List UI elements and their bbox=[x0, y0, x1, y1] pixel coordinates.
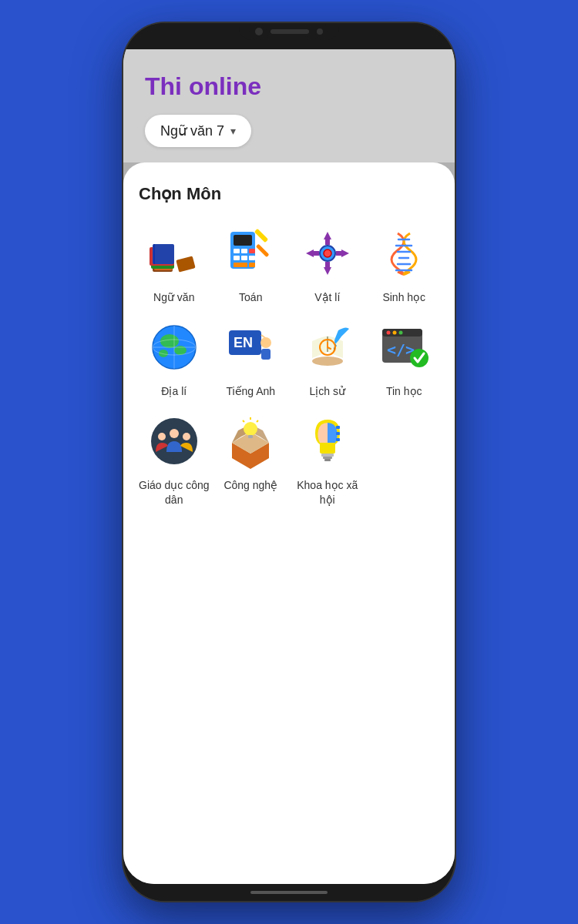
giao-duc-cong-dan-label: Giáo dục công dân bbox=[139, 478, 210, 506]
svg-marker-27 bbox=[341, 249, 349, 257]
phone-top-bar bbox=[123, 23, 455, 49]
svg-rect-12 bbox=[234, 256, 240, 260]
svg-point-57 bbox=[393, 331, 397, 335]
ngu-van-icon bbox=[143, 223, 205, 284]
svg-rect-6 bbox=[176, 256, 195, 272]
ngu-van-label: Ngữ văn bbox=[153, 290, 194, 304]
svg-rect-15 bbox=[234, 263, 247, 267]
front-camera bbox=[255, 28, 263, 35]
svg-rect-22 bbox=[325, 239, 330, 245]
subject-item-dia-li[interactable]: Địa lí bbox=[139, 316, 210, 398]
tieng-anh-label: Tiếng Anh bbox=[226, 384, 275, 398]
svg-rect-66 bbox=[248, 435, 253, 438]
subject-grid: Ngữ văn bbox=[139, 223, 439, 507]
svg-point-48 bbox=[312, 357, 343, 366]
svg-rect-4 bbox=[153, 244, 174, 264]
svg-marker-25 bbox=[306, 249, 314, 257]
vat-li-icon bbox=[297, 223, 358, 284]
lich-su-icon bbox=[297, 316, 358, 378]
svg-point-63 bbox=[158, 433, 166, 440]
svg-rect-71 bbox=[336, 432, 340, 435]
svg-rect-46 bbox=[261, 349, 271, 360]
svg-rect-10 bbox=[241, 249, 247, 253]
svg-rect-74 bbox=[323, 457, 332, 459]
svg-point-65 bbox=[244, 422, 257, 436]
svg-rect-73 bbox=[321, 454, 334, 457]
phone-frame: Thi online Ngữ văn 7 ▾ Chọn Môn bbox=[123, 23, 455, 901]
app-title: Thi online bbox=[145, 72, 433, 101]
svg-point-56 bbox=[387, 331, 391, 335]
sheet-title: Chọn Môn bbox=[139, 184, 439, 204]
svg-rect-70 bbox=[336, 426, 340, 429]
toan-label: Toán bbox=[239, 290, 262, 304]
app-header: Thi online Ngữ văn 7 ▾ bbox=[123, 49, 455, 162]
svg-point-58 bbox=[399, 331, 403, 335]
svg-line-68 bbox=[257, 420, 258, 422]
svg-rect-18 bbox=[256, 244, 270, 258]
cong-nghe-label: Công nghệ bbox=[223, 478, 277, 492]
svg-point-36 bbox=[160, 334, 179, 348]
svg-marker-21 bbox=[324, 232, 331, 239]
subject-item-giao-duc-cong-dan[interactable]: Giáo dục công dân bbox=[139, 410, 210, 506]
svg-rect-26 bbox=[313, 251, 319, 256]
subject-item-ngu-van[interactable]: Ngữ văn bbox=[139, 223, 210, 304]
subject-item-khoa-hoc-xa-hoi[interactable]: Khoa học xã hội bbox=[292, 410, 363, 506]
home-indicator bbox=[250, 891, 328, 894]
svg-rect-16 bbox=[249, 263, 255, 267]
svg-rect-24 bbox=[325, 262, 330, 268]
svg-rect-11 bbox=[249, 249, 255, 253]
dia-li-label: Địa lí bbox=[161, 384, 187, 398]
vat-li-label: Vật lí bbox=[314, 290, 340, 304]
giao-duc-icon bbox=[143, 410, 205, 472]
cong-nghe-icon bbox=[220, 410, 281, 472]
svg-rect-72 bbox=[336, 438, 340, 441]
lich-su-label: Lịch sử bbox=[310, 384, 345, 398]
svg-point-62 bbox=[170, 429, 179, 438]
subject-item-tin-hoc[interactable]: </> Tin học bbox=[369, 316, 440, 398]
chevron-down-icon: ▾ bbox=[230, 125, 236, 137]
svg-rect-9 bbox=[234, 249, 240, 253]
subject-item-sinh-hoc[interactable]: Sinh học bbox=[369, 223, 440, 304]
svg-rect-17 bbox=[254, 229, 268, 243]
phone-bottom-bar bbox=[123, 884, 455, 901]
dropdown-label: Ngữ văn 7 bbox=[160, 122, 224, 139]
subject-item-cong-nghe[interactable]: Công nghệ bbox=[216, 410, 287, 506]
sinh-hoc-label: Sinh học bbox=[382, 290, 425, 304]
subject-item-vat-li[interactable]: Vật lí bbox=[292, 223, 363, 304]
sensor bbox=[317, 28, 323, 35]
speaker bbox=[271, 29, 309, 34]
svg-rect-13 bbox=[241, 256, 247, 260]
subject-dropdown[interactable]: Ngữ văn 7 ▾ bbox=[145, 115, 251, 147]
svg-rect-8 bbox=[234, 235, 252, 246]
phone-screen: Thi online Ngữ văn 7 ▾ Chọn Môn bbox=[123, 49, 455, 884]
subject-item-tieng-anh[interactable]: EN Tiếng Anh bbox=[216, 316, 287, 398]
svg-text:EN: EN bbox=[234, 335, 253, 350]
subject-item-lich-su[interactable]: Lịch sử bbox=[292, 316, 363, 398]
svg-marker-23 bbox=[324, 267, 331, 275]
tieng-anh-icon: EN bbox=[220, 316, 281, 378]
subject-item-toan[interactable]: Toán bbox=[216, 223, 287, 304]
dia-li-icon bbox=[143, 316, 205, 378]
svg-rect-28 bbox=[336, 251, 342, 256]
tin-hoc-icon: </> bbox=[373, 316, 435, 378]
toan-icon bbox=[220, 223, 281, 284]
svg-point-64 bbox=[183, 433, 190, 440]
svg-rect-75 bbox=[324, 459, 331, 461]
svg-line-69 bbox=[243, 420, 244, 422]
phone-notch bbox=[239, 23, 339, 40]
khoa-hoc-xa-hoi-label: Khoa học xã hội bbox=[292, 478, 363, 506]
svg-point-20 bbox=[324, 249, 331, 257]
svg-rect-14 bbox=[249, 256, 255, 260]
tin-hoc-label: Tin học bbox=[386, 384, 422, 398]
sinh-hoc-icon bbox=[373, 223, 435, 284]
bottom-sheet: Chọn Môn bbox=[123, 162, 455, 884]
khoa-hoc-xa-hoi-icon bbox=[297, 410, 358, 472]
